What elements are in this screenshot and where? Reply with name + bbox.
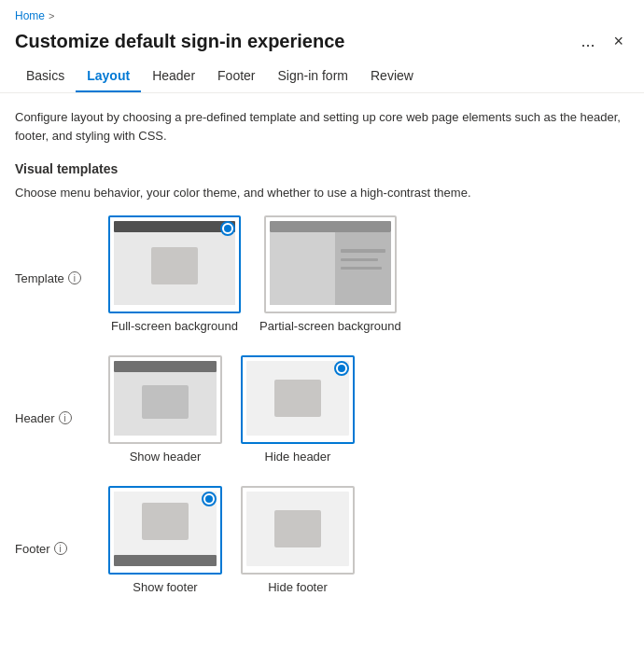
header-options: Show header Hide header	[108, 355, 355, 464]
tab-layout[interactable]: Layout	[76, 61, 141, 92]
ellipsis-button[interactable]: ...	[575, 30, 600, 53]
template-fullscreen-radio	[220, 221, 235, 236]
page-title: Customize default sign-in experience	[15, 31, 344, 52]
header-show-label: Show header	[130, 450, 202, 464]
visual-templates-desc: Choose menu behavior, your color theme, …	[15, 184, 629, 202]
svg-rect-0	[114, 221, 235, 232]
visual-templates-title: Visual templates	[15, 161, 629, 176]
footer-hide-label: Hide footer	[268, 580, 328, 594]
tabs-bar: BasicsLayoutHeaderFooterSign-in formRevi…	[0, 61, 644, 93]
header-hide-wrapper	[241, 355, 355, 444]
footer-options: Show footer Hide footer	[108, 486, 355, 594]
svg-rect-9	[114, 361, 217, 372]
header-section: Header i Show header	[15, 355, 629, 464]
header-label: Header i	[15, 411, 108, 425]
svg-rect-15	[142, 503, 189, 540]
breadcrumb-sep: >	[49, 10, 54, 21]
template-fullscreen-card[interactable]: Full-screen background	[108, 215, 241, 333]
template-section: Template i Full-screen b	[15, 215, 629, 333]
tab-footer[interactable]: Footer	[206, 61, 266, 92]
svg-rect-13	[274, 380, 321, 417]
tab-review[interactable]: Review	[359, 61, 425, 92]
tab-sign-in-form[interactable]: Sign-in form	[267, 61, 359, 92]
breadcrumb-home[interactable]: Home	[15, 9, 45, 22]
template-options: Full-screen background	[108, 215, 401, 333]
footer-section: Footer i Show footer	[15, 486, 629, 594]
breadcrumb: Home >	[15, 9, 54, 22]
svg-rect-2	[151, 247, 198, 284]
header-hide-card[interactable]: Hide header	[241, 355, 355, 464]
footer-info-icon[interactable]: i	[54, 542, 67, 555]
template-partial-card[interactable]: Partial-screen background	[259, 215, 401, 333]
template-info-icon[interactable]: i	[68, 271, 81, 284]
close-button[interactable]: ×	[608, 30, 629, 53]
template-partial-wrapper	[264, 215, 397, 313]
tab-header[interactable]: Header	[141, 61, 206, 92]
header-hide-radio	[334, 361, 349, 376]
footer-label: Footer i	[15, 542, 108, 556]
header-show-wrapper	[108, 355, 222, 444]
footer-hide-card[interactable]: Hide footer	[241, 486, 355, 594]
svg-rect-6	[341, 249, 385, 253]
template-label: Template i	[15, 271, 108, 285]
footer-show-radio	[202, 492, 217, 506]
svg-rect-4	[270, 232, 335, 305]
svg-rect-16	[114, 555, 217, 566]
svg-rect-18	[274, 510, 321, 547]
footer-show-card[interactable]: Show footer	[108, 486, 222, 594]
svg-rect-7	[341, 258, 378, 261]
template-fullscreen-wrapper	[108, 215, 241, 313]
svg-rect-11	[142, 385, 189, 419]
tab-basics[interactable]: Basics	[15, 61, 76, 92]
header-show-card[interactable]: Show header	[108, 355, 222, 464]
footer-show-label: Show footer	[133, 580, 197, 594]
svg-rect-3	[270, 221, 391, 232]
template-fullscreen-label: Full-screen background	[111, 319, 238, 333]
header-info-icon[interactable]: i	[59, 411, 72, 424]
footer-hide-wrapper	[241, 486, 355, 575]
template-partial-label: Partial-screen background	[259, 319, 401, 333]
header-hide-label: Hide header	[265, 450, 331, 464]
layout-description: Configure layout by choosing a pre-defin…	[15, 108, 629, 145]
svg-rect-8	[341, 267, 382, 270]
footer-show-wrapper	[108, 486, 222, 575]
